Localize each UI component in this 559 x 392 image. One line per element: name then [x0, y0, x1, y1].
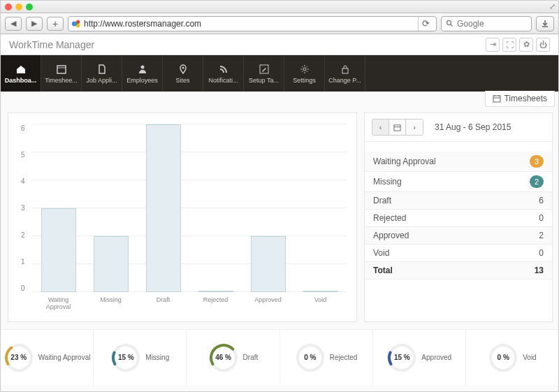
gauge: 0 %Rejected: [280, 330, 372, 385]
export-button[interactable]: ⇥: [486, 38, 500, 52]
svg-point-4: [447, 20, 451, 24]
gauge-arc: 23 %: [3, 342, 34, 373]
settings-button[interactable]: ✿: [519, 38, 533, 52]
gauge-arc: 15 %: [110, 342, 141, 373]
download-icon: [541, 20, 549, 28]
chart-panel: 6543210 Waiting ApprovalMissingDraftReje…: [8, 112, 357, 322]
tab-timesheets[interactable]: Timesheets: [485, 91, 555, 107]
home-icon: [15, 64, 27, 75]
search-icon: [446, 20, 454, 28]
bar-1: [94, 236, 129, 292]
nav-file[interactable]: Job Appli...: [82, 55, 122, 92]
nav-lock[interactable]: Change P...: [325, 55, 365, 92]
x-label: Waiting Approval: [41, 296, 76, 310]
gauge-pct: 0 %: [488, 342, 518, 373]
nav-label: Change P...: [328, 77, 361, 84]
date-range: 31 Aug - 6 Sep 2015: [435, 122, 511, 132]
calendar-icon: [56, 64, 67, 75]
gauge-label: Waiting Approval: [38, 354, 91, 361]
svg-line-5: [451, 24, 453, 26]
fullscreen-button[interactable]: ⛶: [502, 38, 516, 52]
gauge: 15 %Missing: [93, 330, 186, 385]
gauge-pct: 15 %: [110, 342, 141, 373]
stat-row[interactable]: Waiting Approval3: [365, 152, 552, 172]
date-navigator: ‹ › 31 Aug - 6 Sep 2015: [365, 113, 552, 142]
stat-label: Total: [373, 266, 393, 275]
gauge-pct: 0 %: [295, 342, 326, 373]
downloads-button[interactable]: [536, 16, 554, 31]
stat-value: 0: [539, 248, 544, 258]
stat-label: Waiting Approval: [373, 157, 436, 166]
svg-point-8: [140, 65, 144, 68]
add-tab-button[interactable]: +: [47, 17, 64, 31]
summary-panel: ‹ › 31 Aug - 6 Sep 2015 Waiting Approval…: [364, 112, 553, 322]
nav-person[interactable]: Employees: [122, 55, 163, 92]
stat-value: 0: [539, 213, 544, 223]
content-area: Timesheets 6543210 Waiting ApprovalMissi…: [1, 92, 558, 392]
calendar-icon: [393, 124, 401, 131]
stat-row[interactable]: Draft6: [365, 192, 552, 210]
gauge-label: Void: [523, 354, 536, 361]
nav-gear[interactable]: Settings: [284, 55, 325, 92]
reload-button[interactable]: ⟳: [418, 17, 433, 31]
power-button[interactable]: ⏻: [536, 38, 550, 52]
gauge-pct: 23 %: [3, 342, 34, 373]
stat-value: 2: [530, 175, 544, 188]
main-nav: Dashboa...Timeshee...Job Appli...Employe…: [1, 55, 558, 92]
resize-icon: ⤢: [549, 2, 556, 11]
person-icon: [137, 64, 148, 75]
pin-icon: [177, 64, 189, 75]
nav-edit[interactable]: Setup Ta...: [244, 55, 284, 92]
nav-label: Setup Ta...: [249, 77, 279, 84]
maximize-window-button[interactable]: [26, 3, 33, 10]
calendar-icon: [493, 94, 501, 103]
gauge-pct: 46 %: [208, 342, 239, 373]
bar-3: [198, 291, 233, 292]
forward-button[interactable]: ▶: [26, 17, 43, 31]
bar-2: [146, 124, 181, 292]
date-picker-button[interactable]: [389, 119, 406, 135]
tab-label: Timesheets: [504, 94, 547, 103]
svg-rect-6: [57, 66, 66, 73]
nav-home[interactable]: Dashboa...: [1, 55, 41, 92]
x-label: Draft: [146, 296, 181, 310]
edit-icon: [259, 64, 270, 75]
favicon-icon: [71, 19, 81, 29]
search-box[interactable]: Google: [441, 16, 532, 31]
nav-label: Timeshee...: [45, 77, 78, 84]
gauge-label: Draft: [243, 354, 259, 361]
stat-row[interactable]: Approved2: [365, 227, 552, 245]
stat-row[interactable]: Missing2: [365, 172, 552, 192]
bar-chart: 6543210: [32, 124, 347, 292]
search-placeholder: Google: [457, 19, 484, 29]
gauge: 0 %Void: [465, 330, 558, 385]
url-bar[interactable]: http://www.rostersmanager.com ⟳: [68, 16, 437, 31]
x-label: Rejected: [198, 296, 233, 310]
minimize-window-button[interactable]: [15, 3, 22, 10]
stat-label: Approved: [373, 231, 409, 240]
stat-value: 2: [539, 231, 544, 240]
gauge-arc: 46 %: [208, 342, 239, 373]
svg-rect-17: [394, 124, 400, 130]
x-label: Approved: [251, 296, 286, 310]
x-label: Void: [303, 296, 338, 310]
nav-rss[interactable]: Notificati...: [203, 55, 244, 92]
svg-rect-12: [342, 68, 348, 73]
nav-pin[interactable]: Sites: [163, 55, 203, 92]
gauge-arc: 15 %: [386, 342, 417, 373]
stat-row[interactable]: Rejected0: [365, 210, 552, 227]
close-window-button[interactable]: [5, 3, 12, 10]
date-next-button[interactable]: ›: [406, 119, 423, 135]
gauge-arc: 0 %: [488, 342, 518, 373]
date-prev-button[interactable]: ‹: [372, 119, 389, 135]
back-button[interactable]: ◀: [5, 17, 22, 31]
nav-calendar[interactable]: Timeshee...: [41, 55, 82, 92]
stat-row[interactable]: Void0: [365, 245, 552, 262]
gauge-label: Approved: [421, 354, 451, 361]
lock-icon: [340, 64, 351, 75]
url-text: http://www.rostersmanager.com: [84, 19, 201, 29]
browser-toolbar: ◀ ▶ + http://www.rostersmanager.com ⟳ Go…: [1, 13, 558, 34]
gauge-label: Rejected: [330, 354, 357, 361]
nav-label: Notificati...: [208, 77, 238, 84]
gauges-row: 23 %Waiting Approval15 %Missing46 %Draft…: [1, 329, 558, 385]
